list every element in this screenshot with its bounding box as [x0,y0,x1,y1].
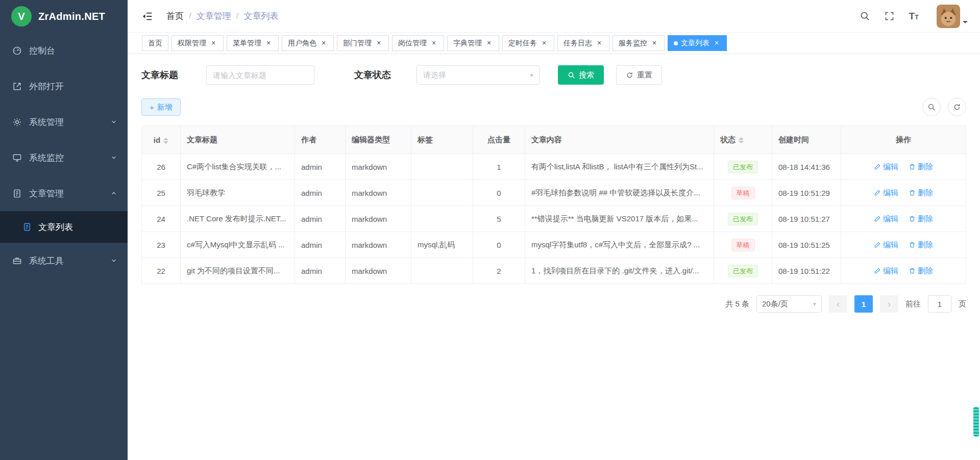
search-button-label: 搜索 [579,70,594,80]
toggle-search-button[interactable] [922,98,941,116]
sidebar-item-article-list[interactable]: 文章列表 [0,211,128,243]
select-placeholder: 请选择 [423,70,446,80]
close-icon[interactable]: × [375,39,383,47]
cell-title: c#写入Mysql中文显示乱码 ... [181,232,295,258]
sort-icon[interactable] [739,137,744,143]
table-row[interactable]: 25 羽毛球教学 admin markdown 0 #羽毛球拍参数说明 ## 中… [142,180,966,206]
close-icon[interactable]: × [430,39,438,47]
cell-content: 有两个list,listA 和listB， listA中有三个属性列为St... [525,154,714,180]
next-page-button[interactable]: › [880,295,898,313]
status-badge: 已发布 [728,161,758,173]
cell-created: 08-19 10:51:25 [772,232,841,258]
sidebar-item-article-management[interactable]: 文章管理 [0,175,128,211]
sidebar-toggle-icon[interactable] [141,10,154,23]
cell-status: 已发布 [714,258,772,284]
table-row[interactable]: 23 c#写入Mysql中文显示乱码 ... admin markdown my… [142,232,966,258]
close-icon[interactable]: × [595,39,603,47]
sidebar-subitem-label: 文章列表 [38,221,73,233]
article-title-input[interactable] [206,65,314,85]
table-row[interactable]: 22 git 为不同的项目设置不同... admin markdown 2 1，… [142,258,966,284]
search-button[interactable]: 搜索 [558,65,604,85]
article-status-select[interactable]: 请选择 ▾ [416,65,540,85]
pencil-icon [874,267,881,274]
user-avatar[interactable] [937,5,960,28]
font-size-icon[interactable]: TT [907,10,920,23]
tag-article-list[interactable]: 文章列表 × [668,35,727,51]
fullscreen-icon[interactable] [883,10,896,23]
table-toolbar: + 新增 [141,98,966,116]
reset-button[interactable]: 重置 [616,65,662,85]
page-scrollbar-thumb[interactable] [973,407,979,437]
refresh-icon [626,71,633,79]
tag-post[interactable]: 岗位管理 × [392,35,444,51]
add-button[interactable]: + 新增 [141,98,181,116]
prev-page-button[interactable]: ‹ [829,295,847,313]
sidebar-item-system-management[interactable]: 系统管理 [0,104,128,140]
chevron-down-icon [110,118,117,125]
delete-button[interactable]: 删除 [909,214,933,224]
cell-actions: 编辑 删除 [841,206,966,232]
close-icon[interactable]: × [650,39,658,47]
app-logo[interactable]: V ZrAdmin.NET [0,0,128,33]
header-search-icon[interactable] [858,10,871,23]
cell-title: 羽毛球教学 [181,180,295,206]
tag-home[interactable]: 首页 [142,35,168,51]
sidebar-item-dashboard[interactable]: 控制台 [0,33,128,68]
cell-id: 26 [142,154,181,180]
column-header-status[interactable]: 状态 [714,126,772,154]
cell-tags [411,154,473,180]
cell-content: mysql字符集utf8，c#写入中文后，全部显示成? ... [525,232,714,258]
close-icon[interactable]: × [540,39,548,47]
edit-button[interactable]: 编辑 [874,240,898,250]
tag-label: 首页 [148,39,162,48]
table-row[interactable]: 24 .NET Core 发布时提示.NET... admin markdown… [142,206,966,232]
edit-button[interactable]: 编辑 [874,214,898,224]
tag-permission[interactable]: 权限管理 × [172,35,224,51]
tag-scheduled-task[interactable]: 定时任务 × [502,35,554,51]
refresh-table-button[interactable] [948,98,966,116]
column-header-tags: 标签 [411,126,473,154]
sidebar-item-system-monitor[interactable]: 系统监控 [0,140,128,175]
edit-button[interactable]: 编辑 [874,188,898,198]
delete-button[interactable]: 删除 [909,162,933,172]
close-icon[interactable]: × [264,39,273,47]
tag-dictionary[interactable]: 字典管理 × [447,35,499,51]
close-icon[interactable]: × [209,39,217,47]
page-size-value: 20条/页 [762,299,788,309]
user-menu[interactable] [937,5,968,28]
edit-button[interactable]: 编辑 [874,266,898,276]
sort-icon[interactable] [163,138,168,144]
tag-department[interactable]: 部门管理 × [337,35,389,51]
delete-button[interactable]: 删除 [909,240,933,250]
breadcrumb-separator: / [189,11,191,21]
edit-button[interactable]: 编辑 [874,162,898,172]
sidebar: V ZrAdmin.NET 控制台 外部打开 系统管理 系统监控 [0,0,128,460]
external-link-icon [12,82,22,91]
page-size-select[interactable]: 20条/页 ▾ [756,295,822,313]
tag-task-log[interactable]: 任务日志 × [557,35,609,51]
active-tab-dot [674,41,678,45]
cell-created: 08-18 14:41:36 [772,154,841,180]
breadcrumb-article-management[interactable]: 文章管理 [197,10,231,22]
tag-menu[interactable]: 菜单管理 × [227,35,279,51]
delete-button[interactable]: 删除 [909,266,933,276]
goto-page-input[interactable] [928,295,951,313]
sidebar-item-system-tools[interactable]: 系统工具 [0,243,128,278]
toolbox-icon [12,256,22,266]
chevron-up-icon [110,190,117,197]
cell-author: admin [295,206,346,232]
sidebar-item-external-open[interactable]: 外部打开 [0,68,128,104]
close-icon[interactable]: × [713,39,721,47]
breadcrumb: 首页 / 文章管理 / 文章列表 [166,10,278,22]
close-icon[interactable]: × [485,39,493,47]
chevron-down-icon [110,257,117,264]
delete-button[interactable]: 删除 [909,188,933,198]
table-row[interactable]: 26 C#两个list集合实现关联，... admin markdown 1 有… [142,154,966,180]
pagination: 共 5 条 20条/页 ▾ ‹ 1 › 前往 页 [141,295,966,313]
page-number-button[interactable]: 1 [854,295,873,313]
breadcrumb-home[interactable]: 首页 [166,10,184,22]
close-icon[interactable]: × [320,39,328,47]
tag-user-role[interactable]: 用户角色 × [282,35,334,51]
tag-service-monitor[interactable]: 服务监控 × [612,35,665,51]
column-header-id[interactable]: id [142,126,181,154]
